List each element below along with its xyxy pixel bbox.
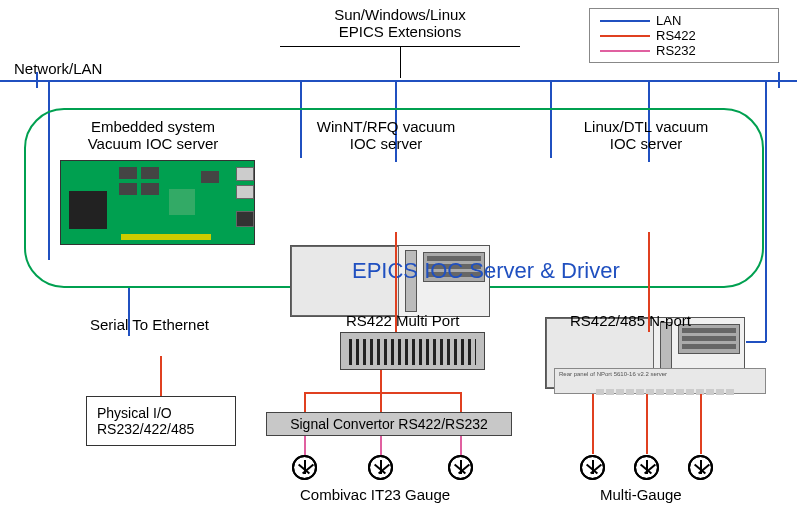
rs422-mp-1 xyxy=(304,392,306,412)
multigauge-label: Multi-Gauge xyxy=(600,486,682,503)
nport-label: RS422/485 N-port xyxy=(570,312,691,329)
legend-rs422: RS422 xyxy=(656,28,696,43)
linux-line2: IOC server xyxy=(556,135,736,152)
combivac-gauge-3 xyxy=(448,455,473,484)
physical-io-l1: Physical I/O xyxy=(97,405,225,421)
multigauge-2 xyxy=(634,455,659,484)
physical-io-box: Physical I/O RS232/422/485 xyxy=(86,396,236,446)
combivac-label: Combivac IT23 Gauge xyxy=(300,486,450,503)
lan-bus xyxy=(0,80,797,82)
rs422-s2e-down xyxy=(160,356,162,396)
rs422-mp-2 xyxy=(380,370,382,412)
winnt-line1: WinNT/RFQ vacuum xyxy=(296,118,476,135)
lan-tick-right xyxy=(778,72,780,88)
physical-io-l2: RS232/422/485 xyxy=(97,421,225,437)
rs232-g2 xyxy=(380,436,382,456)
rs422-linux-down xyxy=(648,232,650,332)
legend-rs232-line xyxy=(600,50,650,52)
nport-device-bottom: Rear panel of NPort 5610-16 v2.2 server xyxy=(554,368,766,394)
rs422-np-3 xyxy=(700,394,702,454)
rs422-np-2 xyxy=(646,394,648,454)
rs422-multiport-label: RS422 Multi Port xyxy=(346,312,459,329)
legend-rs422-line xyxy=(600,35,650,37)
rs232-g3 xyxy=(460,436,462,456)
title-line1: Sun/Windows/Linux xyxy=(300,6,500,23)
rs422-mp-3 xyxy=(460,392,462,412)
rs422-np-1 xyxy=(592,394,594,454)
multigauge-1 xyxy=(580,455,605,484)
legend-lan-line xyxy=(600,20,650,22)
network-lan-label: Network/LAN xyxy=(14,60,102,77)
rs232-g1 xyxy=(304,436,306,456)
combivac-gauge-1 xyxy=(292,455,317,484)
combivac-gauge-2 xyxy=(368,455,393,484)
title-drop-line xyxy=(400,46,401,78)
embedded-board xyxy=(60,160,255,245)
multigauge-3 xyxy=(688,455,713,484)
signal-convertor: Signal Convertor RS422/RS232 xyxy=(266,412,512,436)
winnt-line2: IOC server xyxy=(296,135,476,152)
embedded-line1: Embedded system xyxy=(68,118,238,135)
embedded-line2: Vacuum IOC server xyxy=(68,135,238,152)
rs422-multiport xyxy=(340,332,485,370)
epics-section-title: EPICS IOC Server & Driver xyxy=(352,258,620,284)
lan-to-nport xyxy=(746,341,766,343)
rs422-mp-h xyxy=(304,392,462,394)
legend-lan: LAN xyxy=(656,13,681,28)
title-line2: EPICS Extensions xyxy=(300,23,500,40)
lan-tick-left xyxy=(36,72,38,88)
s2e-label: Serial To Ethernet xyxy=(90,316,209,333)
legend-box: LAN RS422 RS232 xyxy=(589,8,779,63)
linux-line1: Linux/DTL vacuum xyxy=(556,118,736,135)
legend-rs232: RS232 xyxy=(656,43,696,58)
lan-drop-right xyxy=(765,80,767,342)
